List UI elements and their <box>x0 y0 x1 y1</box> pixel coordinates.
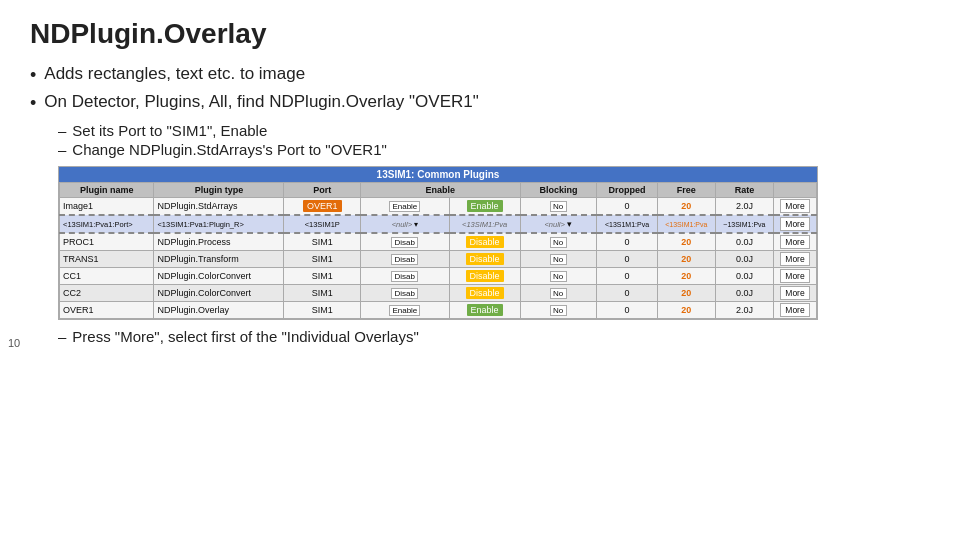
cell-more[interactable]: More <box>773 285 816 302</box>
cell-dropped: 0 <box>597 302 657 319</box>
cell-port: SIM1 <box>284 268 361 285</box>
more-button[interactable]: More <box>780 217 809 231</box>
cell-plugin-name: <13SIM1:Pva1:Port> <box>60 215 154 233</box>
cell-free: 20 <box>657 302 715 319</box>
cell-enable-badge: Disable <box>449 268 520 285</box>
cell-dropped: 0 <box>597 251 657 268</box>
cell-blocking[interactable]: No <box>520 251 597 268</box>
cell-blocking[interactable]: No <box>520 198 597 216</box>
cell-more[interactable]: More <box>773 233 816 251</box>
cell-blocking[interactable]: No <box>520 268 597 285</box>
enable-dropdown[interactable]: Disab <box>391 271 418 282</box>
cell-blocking[interactable]: No <box>520 233 597 251</box>
enable-badge: Enable <box>467 200 503 212</box>
plugin-table: Plugin name Plugin type Port Enable Bloc… <box>59 182 817 319</box>
cell-blocking[interactable]: <null> ▾ <box>520 215 597 233</box>
cell-enable-select[interactable]: Disab <box>361 268 450 285</box>
more-button[interactable]: More <box>780 235 809 249</box>
cell-port: <13SIM1P <box>284 215 361 233</box>
cell-rate: 2.0J <box>715 198 773 216</box>
cell-free: <13SIM1:Pva <box>657 215 715 233</box>
col-header-blocking: Blocking <box>520 183 597 198</box>
cell-plugin-type: NDPlugin.Process <box>154 233 284 251</box>
cell-more[interactable]: More <box>773 268 816 285</box>
cell-port: SIM1 <box>284 302 361 319</box>
page-title: NDPlugin.Overlay <box>30 18 930 50</box>
cell-free: 20 <box>657 251 715 268</box>
more-button[interactable]: More <box>780 269 809 283</box>
col-header-more <box>773 183 816 198</box>
cell-plugin-name: PROC1 <box>60 233 154 251</box>
cell-enable-select[interactable]: Enable <box>361 302 450 319</box>
enable-dropdown[interactable]: Enable <box>389 201 420 212</box>
cell-free: 20 <box>657 233 715 251</box>
blocking-dropdown[interactable]: No <box>550 305 567 316</box>
cell-enable-badge: Disable <box>449 233 520 251</box>
cell-plugin-name: CC1 <box>60 268 154 285</box>
cell-enable-badge: Disable <box>449 285 520 302</box>
cell-blocking[interactable]: No <box>520 285 597 302</box>
table-row: PROC1NDPlugin.ProcessSIM1DisabDisableNo0… <box>60 233 817 251</box>
cell-rate: 0.0J <box>715 268 773 285</box>
more-button[interactable]: More <box>780 286 809 300</box>
null-badge: <13SIM1:Pva <box>462 220 507 229</box>
table-row: CC1NDPlugin.ColorConvertSIM1DisabDisable… <box>60 268 817 285</box>
cell-enable-select[interactable]: Disab <box>361 251 450 268</box>
cell-enable-select[interactable]: Enable <box>361 198 450 216</box>
cell-dropped: 0 <box>597 268 657 285</box>
blocking-dropdown[interactable]: No <box>550 237 567 248</box>
plugin-table-section: 13SIM1: Common Plugins Plugin name Plugi… <box>58 166 930 320</box>
blocking-dropdown[interactable]: No <box>550 288 567 299</box>
col-header-dropped: Dropped <box>597 183 657 198</box>
col-header-free: Free <box>657 183 715 198</box>
cell-port: SIM1 <box>284 233 361 251</box>
port-value: OVER1 <box>303 200 342 212</box>
cell-enable-select[interactable]: <null> ▾ <box>361 215 450 233</box>
cell-enable-badge: Enable <box>449 302 520 319</box>
blocking-dropdown[interactable]: No <box>550 271 567 282</box>
cell-free: 20 <box>657 285 715 302</box>
cell-rate: 0.0J <box>715 251 773 268</box>
table-row: Image1NDPlugin.StdArraysOVER1EnableEnabl… <box>60 198 817 216</box>
cell-plugin-type: NDPlugin.Transform <box>154 251 284 268</box>
cell-rate: 0.0J <box>715 233 773 251</box>
cell-plugin-name: Image1 <box>60 198 154 216</box>
col-header-type: Plugin type <box>154 183 284 198</box>
cell-more[interactable]: More <box>773 215 816 233</box>
cell-more[interactable]: More <box>773 251 816 268</box>
cell-dropped: <13S1M1:Pva <box>597 215 657 233</box>
cell-enable-select[interactable]: Disab <box>361 285 450 302</box>
more-button[interactable]: More <box>780 303 809 317</box>
disable-badge: Disable <box>466 270 504 282</box>
cell-plugin-type: NDPlugin.StdArrays <box>154 198 284 216</box>
cell-rate: 2.0J <box>715 302 773 319</box>
cell-more[interactable]: More <box>773 198 816 216</box>
table-row: OVER1NDPlugin.OverlaySIM1EnableEnableNo0… <box>60 302 817 319</box>
enable-dropdown[interactable]: Disab <box>391 254 418 265</box>
col-header-enable: Enable <box>361 183 520 198</box>
enable-dropdown[interactable]: Disab <box>391 288 418 299</box>
cell-port: SIM1 <box>284 251 361 268</box>
col-header-name: Plugin name <box>60 183 154 198</box>
cell-more[interactable]: More <box>773 302 816 319</box>
enable-badge: Enable <box>467 304 503 316</box>
col-header-port: Port <box>284 183 361 198</box>
page-number: 10 <box>8 337 20 349</box>
sub-bullet-1: Set its Port to "SIM1", Enable <box>58 122 930 139</box>
blocking-dropdown[interactable]: No <box>550 201 567 212</box>
more-button[interactable]: More <box>780 252 809 266</box>
sub-bullet-2: Change NDPlugin.StdArrays's Port to "OVE… <box>58 141 930 158</box>
disable-badge: Disable <box>466 236 504 248</box>
cell-enable-badge: <13SIM1:Pva <box>449 215 520 233</box>
bottom-note: Press "More", select first of the "Indiv… <box>58 328 930 345</box>
enable-dropdown[interactable]: Enable <box>389 305 420 316</box>
cell-dropped: 0 <box>597 233 657 251</box>
blocking-dropdown[interactable]: No <box>550 254 567 265</box>
cell-blocking[interactable]: No <box>520 302 597 319</box>
more-button[interactable]: More <box>780 199 809 213</box>
cell-free: 20 <box>657 268 715 285</box>
cell-enable-select[interactable]: Disab <box>361 233 450 251</box>
cell-plugin-name: CC2 <box>60 285 154 302</box>
enable-dropdown[interactable]: Disab <box>391 237 418 248</box>
table-row: TRANS1NDPlugin.TransformSIM1DisabDisable… <box>60 251 817 268</box>
